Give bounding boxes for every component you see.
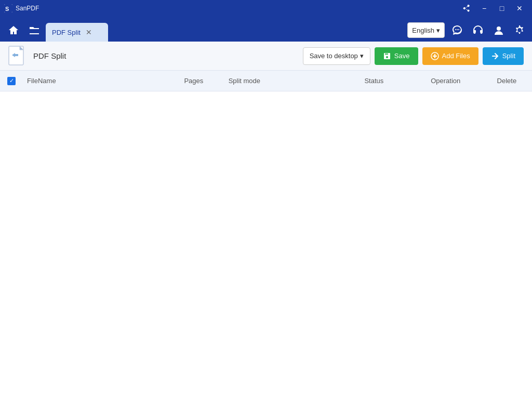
add-files-button[interactable]: Add Files xyxy=(422,47,478,65)
svg-text:S: S xyxy=(5,6,9,12)
content-area xyxy=(0,91,532,399)
svg-point-7 xyxy=(497,26,501,31)
title-bar: S SanPDF − □ ✕ xyxy=(0,0,532,17)
split-button[interactable]: Split xyxy=(483,47,524,65)
chat-button[interactable] xyxy=(449,22,466,38)
column-operation: Operation xyxy=(410,77,482,85)
add-files-icon xyxy=(431,52,439,60)
column-pages: Pages xyxy=(163,77,224,85)
tab-label: PDF Split xyxy=(52,29,81,36)
save-to-desktop-label: Save to desktop xyxy=(310,52,358,60)
column-filename: FileName xyxy=(23,77,163,85)
minimize-button[interactable]: − xyxy=(476,0,493,17)
tab-pdf-split[interactable]: PDF Split ✕ xyxy=(46,23,108,42)
close-button[interactable]: ✕ xyxy=(511,0,528,17)
svg-point-3 xyxy=(457,29,458,30)
title-bar-left: S SanPDF xyxy=(4,4,39,12)
svg-point-4 xyxy=(458,29,459,30)
home-button[interactable] xyxy=(4,21,23,39)
column-check[interactable]: ✓ xyxy=(0,77,23,85)
window-controls: − □ ✕ xyxy=(458,0,528,17)
svg-point-2 xyxy=(455,29,456,30)
svg-rect-6 xyxy=(480,30,482,33)
save-icon xyxy=(383,52,391,60)
save-to-desktop-arrow-icon: ▾ xyxy=(360,52,364,60)
tool-bar: PDF Split Save to desktop ▾ Save Add Fil… xyxy=(0,42,532,71)
save-to-desktop-button[interactable]: Save to desktop ▾ xyxy=(303,47,370,65)
share-button[interactable] xyxy=(458,0,475,17)
table-header: ✓ FileName Pages Split mode Status Opera… xyxy=(0,71,532,91)
app-icon: S xyxy=(4,4,12,12)
split-icon xyxy=(491,52,499,60)
language-label: English xyxy=(412,26,434,34)
add-files-label: Add Files xyxy=(442,52,470,60)
column-delete: Delete xyxy=(482,77,532,85)
svg-rect-5 xyxy=(474,30,476,33)
tool-bar-right: Save to desktop ▾ Save Add Files xyxy=(303,47,524,65)
headset-button[interactable] xyxy=(470,22,486,38)
app-title: SanPDF xyxy=(16,5,39,12)
user-button[interactable] xyxy=(490,22,507,38)
top-bar-right: English ▾ xyxy=(407,22,528,42)
settings-button[interactable] xyxy=(511,22,528,38)
dropdown-arrow-icon: ▾ xyxy=(436,26,440,34)
save-button[interactable]: Save xyxy=(375,47,418,65)
pdf-icon xyxy=(8,46,27,66)
column-splitmode: Split mode xyxy=(224,77,338,85)
top-nav-bar: PDF Split ✕ English ▾ xyxy=(0,17,532,42)
split-label: Split xyxy=(502,52,515,60)
maximize-button[interactable]: □ xyxy=(494,0,510,17)
save-label: Save xyxy=(394,52,410,60)
language-selector[interactable]: English ▾ xyxy=(407,22,445,38)
page-title: PDF Split xyxy=(33,51,297,60)
main-content: PDF Split Save to desktop ▾ Save Add Fil… xyxy=(0,42,532,399)
top-bar-left: PDF Split ✕ xyxy=(4,21,108,42)
tab-close-button[interactable]: ✕ xyxy=(85,29,93,36)
select-all-checkbox[interactable]: ✓ xyxy=(7,77,16,85)
column-status: Status xyxy=(338,77,410,85)
open-folder-button[interactable] xyxy=(25,21,44,39)
